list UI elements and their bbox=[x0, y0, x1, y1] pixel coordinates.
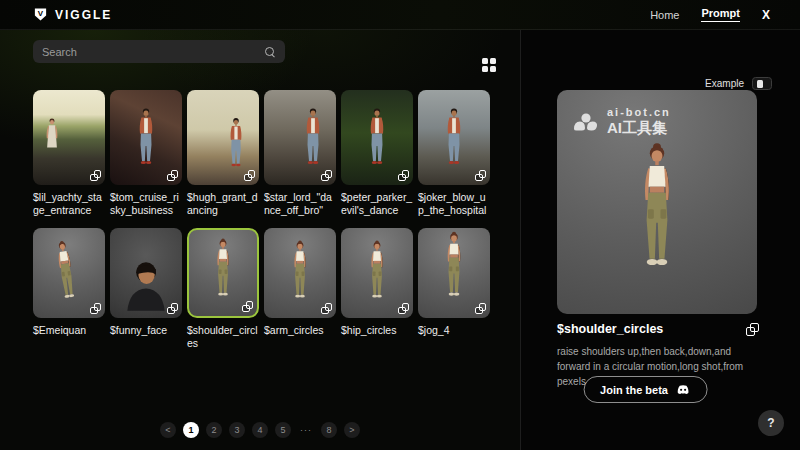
grid-row-2: $Emeiquan $funny_face $shoulder_circles bbox=[33, 228, 493, 350]
template-card-hip-circles[interactable]: $hip_circles bbox=[341, 228, 413, 350]
preview-title: $shoulder_circles bbox=[557, 322, 663, 336]
template-thumbnail[interactable] bbox=[33, 228, 105, 318]
template-card-emeiquan[interactable]: $Emeiquan bbox=[33, 228, 105, 350]
template-card-jog-4[interactable]: $jog_4 bbox=[418, 228, 490, 350]
nav-x-twitter[interactable]: X bbox=[762, 8, 770, 22]
copy-icon[interactable] bbox=[321, 303, 332, 314]
character-figure bbox=[362, 106, 392, 181]
search-icon[interactable] bbox=[264, 46, 276, 58]
template-thumbnail[interactable] bbox=[418, 228, 490, 318]
template-label: $funny_face bbox=[110, 324, 182, 337]
pagination-page-1[interactable]: 1 bbox=[183, 422, 199, 438]
example-toggle-row: Example bbox=[705, 77, 772, 90]
ai-bot-logo-icon bbox=[573, 113, 599, 132]
template-thumbnail[interactable] bbox=[341, 228, 413, 318]
template-card-star-lord[interactable]: $star_lord_"dance_off_bro" bbox=[264, 90, 336, 217]
main-nav: Home Prompt X bbox=[650, 7, 770, 22]
template-thumbnail[interactable] bbox=[33, 90, 105, 185]
template-card-funny-face[interactable]: $funny_face bbox=[110, 228, 182, 350]
character-figure bbox=[208, 237, 238, 312]
copy-icon[interactable] bbox=[398, 170, 409, 181]
copy-icon[interactable] bbox=[321, 170, 332, 181]
template-thumbnail[interactable] bbox=[341, 90, 413, 185]
template-thumbnail[interactable] bbox=[418, 90, 490, 185]
pagination-next[interactable]: > bbox=[344, 422, 360, 438]
grid-view-icon[interactable] bbox=[482, 58, 496, 72]
brand-name: VIGGLE bbox=[55, 8, 112, 22]
template-label: $joker_blow_up_the_hospital bbox=[418, 191, 490, 217]
character-figure bbox=[439, 106, 469, 181]
template-thumbnail[interactable] bbox=[187, 90, 259, 185]
pagination-prev[interactable]: < bbox=[160, 422, 176, 438]
preview-character-figure bbox=[625, 140, 689, 300]
nav-home[interactable]: Home bbox=[650, 9, 679, 21]
character-figure bbox=[118, 252, 174, 318]
template-thumbnail[interactable] bbox=[264, 228, 336, 318]
template-thumbnail-selected[interactable] bbox=[187, 228, 259, 318]
template-card-joker[interactable]: $joker_blow_up_the_hospital bbox=[418, 90, 490, 217]
template-label: $Emeiquan bbox=[33, 324, 105, 337]
character-figure bbox=[131, 106, 161, 181]
svg-text:V: V bbox=[38, 9, 44, 18]
viggle-app: V VIGGLE Home Prompt X bbox=[0, 0, 800, 450]
example-toggle[interactable] bbox=[752, 77, 772, 90]
pagination-page-2[interactable]: 2 bbox=[206, 422, 222, 438]
help-button[interactable]: ? bbox=[758, 410, 784, 436]
copy-icon[interactable] bbox=[398, 303, 409, 314]
template-label: $hugh_grant_dancing bbox=[187, 191, 259, 217]
copy-icon[interactable] bbox=[90, 303, 101, 314]
template-label: $peter_parker_evil's_dance bbox=[341, 191, 413, 217]
template-card-peter-parker[interactable]: $peter_parker_evil's_dance bbox=[341, 90, 413, 217]
character-figure bbox=[39, 116, 65, 181]
template-thumbnail[interactable] bbox=[110, 228, 182, 318]
template-label: $hip_circles bbox=[341, 324, 413, 337]
pagination-page-8[interactable]: 8 bbox=[321, 422, 337, 438]
discord-icon bbox=[676, 383, 691, 396]
template-thumbnail[interactable] bbox=[264, 90, 336, 185]
copy-icon[interactable] bbox=[475, 170, 486, 181]
watermark: ai-bot.cn AI工具集 bbox=[573, 106, 671, 138]
search-bar[interactable] bbox=[33, 40, 285, 63]
preview-media[interactable]: ai-bot.cn AI工具集 bbox=[557, 90, 757, 314]
template-label: $tom_cruise_risky_business bbox=[110, 191, 182, 217]
pagination-ellipsis: ··· bbox=[298, 422, 314, 438]
character-figure bbox=[437, 230, 471, 314]
copy-icon[interactable] bbox=[242, 301, 253, 312]
preview-panel: Example ai-bot.cn AI工具集 $shoulder_circle… bbox=[520, 30, 800, 450]
top-bar: V VIGGLE Home Prompt X bbox=[0, 0, 800, 30]
template-label: $star_lord_"dance_off_bro" bbox=[264, 191, 336, 217]
pagination-page-4[interactable]: 4 bbox=[252, 422, 268, 438]
template-label: $lil_yachty_stage_entrance bbox=[33, 191, 105, 217]
copy-icon[interactable] bbox=[475, 303, 486, 314]
copy-icon[interactable] bbox=[167, 170, 178, 181]
template-card-arm-circles[interactable]: $arm_circles bbox=[264, 228, 336, 350]
gallery-panel: $lil_yachty_stage_entrance $tom_cruise_r… bbox=[0, 30, 520, 450]
template-card-tom-cruise[interactable]: $tom_cruise_risky_business bbox=[110, 90, 182, 217]
copy-icon[interactable] bbox=[167, 303, 178, 314]
template-thumbnail[interactable] bbox=[110, 90, 182, 185]
preview-title-row: $shoulder_circles bbox=[557, 322, 759, 336]
example-label: Example bbox=[705, 78, 744, 89]
viggle-logo-icon: V bbox=[33, 7, 48, 22]
character-figure bbox=[285, 239, 315, 314]
pagination-page-3[interactable]: 3 bbox=[229, 422, 245, 438]
pagination-page-5[interactable]: 5 bbox=[275, 422, 291, 438]
copy-icon[interactable] bbox=[244, 170, 255, 181]
template-card-lil-yachty[interactable]: $lil_yachty_stage_entrance bbox=[33, 90, 105, 217]
copy-icon[interactable] bbox=[746, 323, 759, 336]
nav-prompt[interactable]: Prompt bbox=[701, 7, 740, 22]
template-label: $shoulder_circles bbox=[187, 324, 259, 350]
brand[interactable]: V VIGGLE bbox=[33, 7, 112, 22]
join-beta-label: Join the beta bbox=[600, 384, 668, 396]
copy-icon[interactable] bbox=[90, 170, 101, 181]
search-input[interactable] bbox=[42, 46, 264, 58]
template-card-hugh-grant[interactable]: $hugh_grant_dancing bbox=[187, 90, 259, 217]
join-beta-button[interactable]: Join the beta bbox=[583, 376, 708, 403]
template-label: $jog_4 bbox=[418, 324, 490, 337]
pagination: < 1 2 3 4 5 ··· 8 > bbox=[0, 422, 520, 438]
template-grid: $lil_yachty_stage_entrance $tom_cruise_r… bbox=[33, 90, 493, 350]
watermark-line2: AI工具集 bbox=[607, 119, 671, 138]
grid-row-1: $lil_yachty_stage_entrance $tom_cruise_r… bbox=[33, 90, 493, 217]
template-card-shoulder-circles[interactable]: $shoulder_circles bbox=[187, 228, 259, 350]
template-label: $arm_circles bbox=[264, 324, 336, 337]
